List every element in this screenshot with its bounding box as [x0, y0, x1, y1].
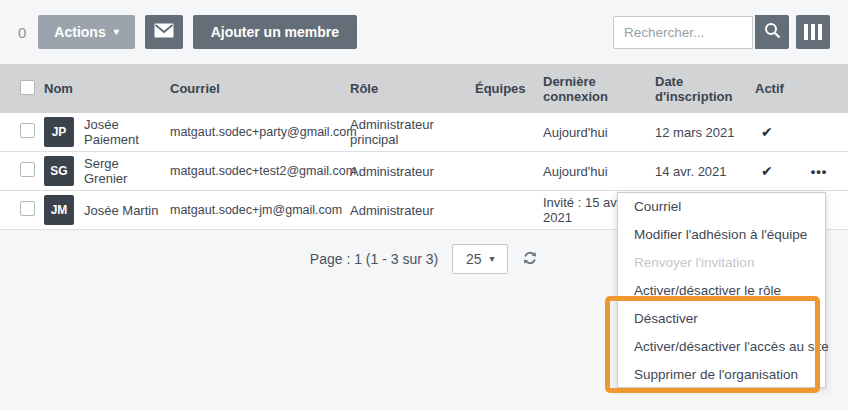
- row-checkbox[interactable]: [20, 123, 35, 138]
- check-icon: ✔: [755, 163, 800, 179]
- menu-item-courriel[interactable]: Courriel: [618, 193, 825, 221]
- cell-email: matgaut.sodec+party@gmail.com: [170, 125, 350, 139]
- avatar: SG: [44, 156, 74, 186]
- avatar: JM: [44, 195, 74, 225]
- chevron-down-icon: ▾: [114, 27, 119, 37]
- menu-item-renvoyer-invitation: Renvoyer l'invitation: [618, 249, 825, 277]
- cell-name: Josée Martin: [84, 203, 170, 218]
- selected-count: 0: [18, 24, 26, 41]
- cell-last-login: Aujourd'hui: [543, 125, 655, 140]
- header-teams[interactable]: Équipes: [475, 81, 543, 96]
- menu-item-acces-site[interactable]: Activer/désactiver l'accès au site: [618, 333, 825, 361]
- row-checkbox[interactable]: [20, 201, 35, 216]
- header-name[interactable]: Nom: [44, 81, 170, 96]
- header-active[interactable]: Actif: [755, 81, 800, 96]
- columns-icon: [804, 24, 822, 40]
- row-checkbox[interactable]: [20, 162, 35, 177]
- row-actions-ellipsis-icon[interactable]: •••: [800, 164, 848, 179]
- menu-item-activer-role[interactable]: Activer/désactiver le rôle: [618, 277, 825, 305]
- cell-role: Administrateur: [350, 164, 475, 179]
- header-last-login[interactable]: Dernière connexion: [543, 74, 655, 104]
- page-size-select[interactable]: 25 ▾: [452, 244, 508, 274]
- actions-button[interactable]: Actions ▾: [38, 15, 134, 49]
- check-icon: ✔: [755, 124, 800, 140]
- cell-signup-date: 14 avr. 2021: [655, 164, 755, 179]
- cell-email: matgaut.sodec+test2@gmail.com: [170, 164, 350, 178]
- add-member-button[interactable]: Ajouter un membre: [193, 15, 357, 49]
- refresh-icon: [522, 250, 538, 269]
- menu-item-supprimer-organisation[interactable]: Supprimer de l'organisation: [618, 361, 825, 389]
- chevron-down-icon: ▾: [489, 254, 494, 264]
- header-role[interactable]: Rôle: [350, 81, 475, 96]
- header-signup-date[interactable]: Date d'inscription: [655, 74, 755, 104]
- cell-signup-date: 12 mars 2021: [655, 125, 755, 140]
- menu-item-desactiver[interactable]: Désactiver: [618, 305, 825, 333]
- avatar: JP: [44, 117, 74, 147]
- search-icon: [764, 22, 781, 42]
- search-button[interactable]: [755, 15, 789, 49]
- menu-item-modifier-adhesion[interactable]: Modifier l'adhésion à l'équipe: [618, 221, 825, 249]
- row-context-menu: Courriel Modifier l'adhésion à l'équipe …: [617, 192, 826, 388]
- column-settings-button[interactable]: [796, 15, 830, 49]
- header-email[interactable]: Courriel: [170, 81, 350, 96]
- add-member-label: Ajouter un membre: [211, 24, 339, 40]
- toolbar: 0 Actions ▾ Ajouter un membre: [0, 0, 848, 64]
- cell-last-login: Aujourd'hui: [543, 164, 655, 179]
- pagination-label: Page : 1 (1 - 3 sur 3): [310, 251, 438, 267]
- search-input[interactable]: [613, 16, 753, 49]
- envelope-icon: [154, 23, 174, 41]
- cell-role: Administrateur principal: [350, 117, 475, 147]
- cell-email: matgaut.sodec+jm@gmail.com: [170, 203, 350, 217]
- page-size-value: 25: [466, 251, 482, 267]
- cell-name: Josée Paiement: [84, 117, 170, 147]
- cell-role: Administrateur: [350, 203, 475, 218]
- select-all-checkbox[interactable]: [20, 80, 35, 95]
- refresh-button[interactable]: [522, 250, 538, 269]
- cell-name: Serge Grenier: [84, 156, 170, 186]
- table-row: JP Josée Paiement matgaut.sodec+party@gm…: [0, 113, 848, 152]
- actions-button-label: Actions: [54, 24, 105, 40]
- table-header-row: Nom Courriel Rôle Équipes Dernière conne…: [0, 64, 848, 113]
- table-row: SG Serge Grenier matgaut.sodec+test2@gma…: [0, 152, 848, 191]
- send-email-button[interactable]: [145, 15, 183, 49]
